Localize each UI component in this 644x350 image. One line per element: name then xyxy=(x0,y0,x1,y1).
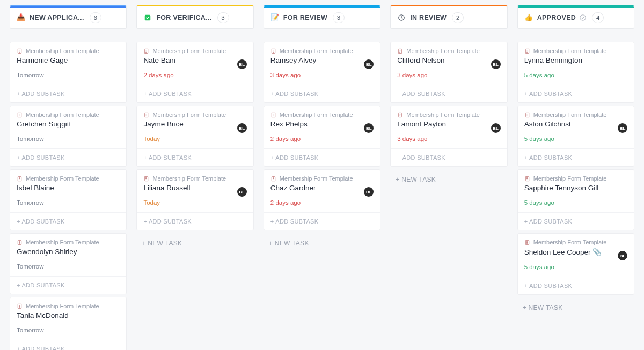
assignee-avatar[interactable]: BL xyxy=(364,123,374,133)
template-text: Membership Form Template xyxy=(280,48,353,54)
column-header[interactable]: 📥NEW APPLICA...6 xyxy=(10,5,127,29)
template-text: Membership Form Template xyxy=(533,239,607,245)
template-text: Membership Form Template xyxy=(406,48,480,54)
column-header[interactable]: 📝FOR REVIEW3 xyxy=(264,5,380,29)
new-task-button[interactable]: + NEW TASK xyxy=(517,297,634,318)
assignee-avatar[interactable]: BL xyxy=(618,123,627,133)
task-name: Isbel Blaine xyxy=(17,184,120,192)
task-name: Nate Bain xyxy=(143,56,246,64)
add-subtask-button[interactable]: + ADD SUBTASK xyxy=(137,85,253,102)
add-subtask-button[interactable]: + ADD SUBTASK xyxy=(518,85,634,102)
assignee-avatar[interactable]: BL xyxy=(491,123,501,133)
card-list: Membership Form TemplateNate BainBL2 day… xyxy=(136,42,253,254)
column-count-badge: 4 xyxy=(592,12,604,23)
add-subtask-button[interactable]: + ADD SUBTASK xyxy=(137,212,253,230)
column-count-badge: 2 xyxy=(452,12,464,23)
task-card[interactable]: Membership Form TemplateChaz GardnerBL2 … xyxy=(264,169,380,230)
add-subtask-button[interactable]: + ADD SUBTASK xyxy=(518,212,634,230)
board-column: IN REVIEW2Membership Form TemplateCliffo… xyxy=(390,5,507,350)
task-card[interactable]: Membership Form TemplateSapphire Tennyso… xyxy=(517,169,634,230)
due-date: Tomorrow xyxy=(17,72,120,78)
add-subtask-button[interactable]: + ADD SUBTASK xyxy=(518,277,634,294)
template-label: Membership Form Template xyxy=(143,48,246,54)
task-card[interactable]: Membership Form TemplateTania McDonaldTo… xyxy=(10,297,127,350)
column-title: APPROVED xyxy=(537,14,576,21)
template-label: Membership Form Template xyxy=(524,175,627,182)
add-subtask-button[interactable]: + ADD SUBTASK xyxy=(391,148,507,166)
template-label: Membership Form Template xyxy=(524,111,627,118)
assignee-avatar[interactable]: BL xyxy=(491,59,501,69)
add-subtask-button[interactable]: + ADD SUBTASK xyxy=(264,85,380,102)
template-text: Membership Form Template xyxy=(152,175,226,182)
form-icon xyxy=(524,240,530,245)
add-subtask-button[interactable]: + ADD SUBTASK xyxy=(264,212,380,230)
template-label: Membership Form Template xyxy=(397,48,500,54)
card-list: Membership Form TemplateHarmonie GageTom… xyxy=(10,42,127,350)
template-text: Membership Form Template xyxy=(406,111,480,118)
column-header[interactable]: IN REVIEW2 xyxy=(390,5,507,29)
task-card[interactable]: Membership Form TemplateRamsey AlveyBL3 … xyxy=(264,42,380,103)
add-subtask-button[interactable]: + ADD SUBTASK xyxy=(391,85,507,102)
template-text: Membership Form Template xyxy=(533,111,607,118)
column-count-badge: 3 xyxy=(217,12,229,23)
add-subtask-button[interactable]: + ADD SUBTASK xyxy=(10,212,126,230)
column-header[interactable]: 👍APPROVED4 xyxy=(517,5,634,29)
add-subtask-button[interactable]: + ADD SUBTASK xyxy=(10,340,126,350)
template-label: Membership Form Template xyxy=(524,48,627,54)
task-name: Chaz Gardner xyxy=(270,184,374,192)
template-label: Membership Form Template xyxy=(17,175,120,182)
add-subtask-button[interactable]: + ADD SUBTASK xyxy=(518,148,634,166)
due-date: Tomorrow xyxy=(17,263,120,270)
add-subtask-button[interactable]: + ADD SUBTASK xyxy=(10,148,126,166)
template-label: Membership Form Template xyxy=(17,111,120,118)
column-header[interactable]: FOR VERIFICA...3 xyxy=(136,5,253,29)
assignee-avatar[interactable]: BL xyxy=(237,187,247,197)
task-card[interactable]: Membership Form TemplateClifford NelsonB… xyxy=(390,42,507,103)
assignee-avatar[interactable]: BL xyxy=(618,251,627,260)
task-card[interactable]: Membership Form TemplateHarmonie GageTom… xyxy=(10,42,127,103)
task-card[interactable]: Membership Form TemplateRex PhelpsBL2 da… xyxy=(264,106,380,167)
template-text: Membership Form Template xyxy=(26,111,99,118)
add-subtask-button[interactable]: + ADD SUBTASK xyxy=(264,148,380,166)
template-text: Membership Form Template xyxy=(26,303,99,309)
assignee-avatar[interactable]: BL xyxy=(364,59,374,69)
task-name: Lynna Bennington xyxy=(524,56,627,64)
add-subtask-button[interactable]: + ADD SUBTASK xyxy=(10,85,126,102)
task-card[interactable]: Membership Form TemplateGretchen Suggitt… xyxy=(10,106,127,167)
add-subtask-button[interactable]: + ADD SUBTASK xyxy=(10,276,126,294)
task-card[interactable]: Membership Form TemplateLamont PaytonBL3… xyxy=(390,106,507,167)
task-card[interactable]: Membership Form TemplateSheldon Lee Coop… xyxy=(517,233,634,295)
column-status-icon: 📝 xyxy=(270,13,279,22)
task-name: Sheldon Lee Cooper 📎 xyxy=(524,248,627,256)
due-date: 5 days ago xyxy=(524,264,627,270)
task-card[interactable]: Membership Form TemplateLynna Bennington… xyxy=(517,42,634,103)
task-card[interactable]: Membership Form TemplateIsbel BlaineTomo… xyxy=(10,169,127,230)
column-count-badge: 3 xyxy=(333,12,345,23)
task-name: Gwendolyn Shirley xyxy=(17,248,120,256)
form-icon xyxy=(17,112,23,118)
new-task-button[interactable]: + NEW TASK xyxy=(264,233,380,254)
assignee-avatar[interactable]: BL xyxy=(237,123,247,133)
form-icon xyxy=(270,112,276,118)
task-name: Rex Phelps xyxy=(270,120,374,128)
assignee-avatar[interactable]: BL xyxy=(364,187,374,197)
template-text: Membership Form Template xyxy=(152,111,226,118)
new-task-button[interactable]: + NEW TASK xyxy=(390,169,507,190)
task-card[interactable]: Membership Form TemplateGwendolyn Shirle… xyxy=(10,233,127,294)
template-text: Membership Form Template xyxy=(280,175,353,182)
task-card[interactable]: Membership Form TemplateNate BainBL2 day… xyxy=(136,42,253,103)
due-date: 5 days ago xyxy=(524,72,627,78)
column-status-icon: 📥 xyxy=(17,13,25,22)
task-name: Tania McDonald xyxy=(17,311,120,319)
add-subtask-button[interactable]: + ADD SUBTASK xyxy=(137,148,253,166)
column-title: NEW APPLICA... xyxy=(30,14,84,21)
task-card[interactable]: Membership Form TemplateLiliana RussellB… xyxy=(136,169,253,230)
new-task-button[interactable]: + NEW TASK xyxy=(136,233,253,254)
template-label: Membership Form Template xyxy=(524,239,627,245)
assignee-avatar[interactable]: BL xyxy=(237,59,247,69)
task-card[interactable]: Membership Form TemplateAston GilchristB… xyxy=(517,106,634,167)
due-date: 3 days ago xyxy=(397,136,500,142)
due-date: Today xyxy=(143,136,246,142)
template-text: Membership Form Template xyxy=(533,175,607,182)
task-card[interactable]: Membership Form TemplateJayme BriceBLTod… xyxy=(136,106,253,167)
